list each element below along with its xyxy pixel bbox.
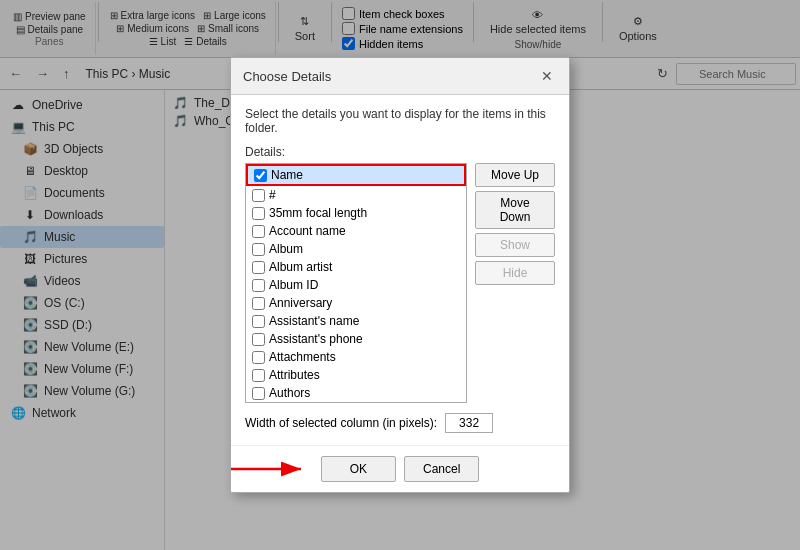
modal-close-button[interactable]: ✕ — [537, 66, 557, 86]
details-action-buttons: Move Up Move Down Show Hide — [475, 163, 555, 403]
modal-title: Choose Details — [243, 69, 331, 84]
list-item-assistants-name[interactable]: Assistant's name — [246, 312, 466, 330]
modal-footer: OK Cancel — [231, 445, 569, 492]
width-input[interactable] — [445, 413, 493, 433]
move-down-button[interactable]: Move Down — [475, 191, 555, 229]
details-list[interactable]: Name # 35mm focal length Account name — [245, 163, 467, 403]
checkbox-attachments[interactable] — [252, 351, 265, 364]
list-item-attributes-label: Attributes — [269, 368, 320, 382]
show-button[interactable]: Show — [475, 233, 555, 257]
list-item-album[interactable]: Album — [246, 240, 466, 258]
hide-button[interactable]: Hide — [475, 261, 555, 285]
list-item-anniversary[interactable]: Anniversary — [246, 294, 466, 312]
checkbox-assistants-phone[interactable] — [252, 333, 265, 346]
list-item-album-id[interactable]: Album ID — [246, 276, 466, 294]
width-row: Width of selected column (in pixels): — [245, 413, 555, 433]
list-item-album-artist[interactable]: Album artist — [246, 258, 466, 276]
checkbox-authors[interactable] — [252, 387, 265, 400]
list-item-account-name-label: Account name — [269, 224, 346, 238]
list-item-album-id-label: Album ID — [269, 278, 318, 292]
checkbox-album[interactable] — [252, 243, 265, 256]
checkbox-name[interactable] — [254, 169, 267, 182]
list-item-assistants-phone[interactable]: Assistant's phone — [246, 330, 466, 348]
modal-title-bar: Choose Details ✕ — [231, 58, 569, 95]
choose-details-modal: Choose Details ✕ Select the details you … — [230, 57, 570, 493]
modal-body: Select the details you want to display f… — [231, 95, 569, 445]
ok-button[interactable]: OK — [321, 456, 396, 482]
list-item-hash[interactable]: # — [246, 186, 466, 204]
list-item-album-label: Album — [269, 242, 303, 256]
checkbox-album-artist[interactable] — [252, 261, 265, 274]
list-item-assistants-name-label: Assistant's name — [269, 314, 359, 328]
checkbox-anniversary[interactable] — [252, 297, 265, 310]
checkbox-attributes[interactable] — [252, 369, 265, 382]
list-item-authors-label: Authors — [269, 386, 310, 400]
list-item-authors[interactable]: Authors — [246, 384, 466, 402]
cancel-button[interactable]: Cancel — [404, 456, 479, 482]
details-container: Name # 35mm focal length Account name — [245, 163, 555, 403]
list-item-album-artist-label: Album artist — [269, 260, 332, 274]
list-item-35mm[interactable]: 35mm focal length — [246, 204, 466, 222]
details-label: Details: — [245, 145, 555, 159]
checkbox-hash[interactable] — [252, 189, 265, 202]
checkbox-35mm[interactable] — [252, 207, 265, 220]
checkbox-assistants-name[interactable] — [252, 315, 265, 328]
list-item-name[interactable]: Name — [246, 164, 466, 186]
move-up-button[interactable]: Move Up — [475, 163, 555, 187]
checkbox-album-id[interactable] — [252, 279, 265, 292]
list-item-attachments[interactable]: Attachments — [246, 348, 466, 366]
list-item-anniversary-label: Anniversary — [269, 296, 332, 310]
list-item-hash-label: # — [269, 188, 276, 202]
list-item-auto-summary[interactable]: Auto summary — [246, 402, 466, 403]
list-item-account-name[interactable]: Account name — [246, 222, 466, 240]
checkbox-account-name[interactable] — [252, 225, 265, 238]
width-label: Width of selected column (in pixels): — [245, 416, 437, 430]
ok-arrow — [231, 457, 311, 481]
list-item-attachments-label: Attachments — [269, 350, 336, 364]
modal-overlay: Choose Details ✕ Select the details you … — [0, 0, 800, 550]
modal-description: Select the details you want to display f… — [245, 107, 555, 135]
list-item-name-label: Name — [271, 168, 303, 182]
list-item-35mm-label: 35mm focal length — [269, 206, 367, 220]
list-item-attributes[interactable]: Attributes — [246, 366, 466, 384]
list-item-assistants-phone-label: Assistant's phone — [269, 332, 363, 346]
